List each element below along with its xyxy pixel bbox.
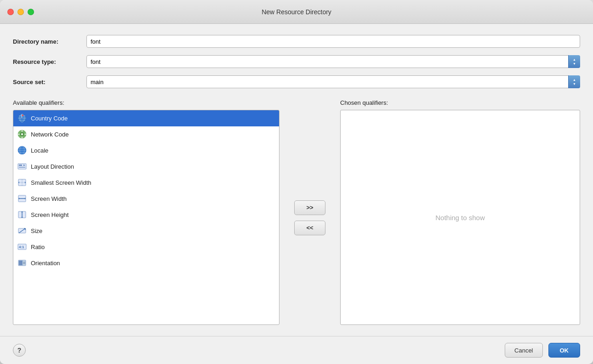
dialog-title: New Resource Directory	[262, 8, 331, 16]
qualifier-item-country-code[interactable]: Country Code	[13, 110, 279, 126]
directory-name-row: Directory name:	[13, 35, 580, 48]
source-set-select[interactable]: main	[86, 75, 580, 88]
screen-height-label: Screen Height	[31, 211, 68, 218]
ratio-icon: 4:1	[17, 242, 27, 252]
qualifier-item-screen-height[interactable]: Screen Height	[13, 207, 279, 223]
empty-state-text: Nothing to show	[435, 214, 485, 222]
chosen-qualifiers-list: Nothing to show	[340, 110, 580, 325]
svg-point-9	[21, 133, 23, 135]
help-button[interactable]: ?	[13, 344, 26, 357]
svg-rect-20	[19, 165, 22, 166]
maximize-button[interactable]	[28, 9, 34, 15]
qualifier-item-layout-direction[interactable]: Layout Direction	[13, 159, 279, 175]
locale-label: Locale	[31, 147, 48, 154]
minimize-button[interactable]	[17, 9, 24, 15]
resource-type-row: Resource type: font	[13, 55, 580, 68]
qualifier-item-ratio[interactable]: 4:1 Ratio	[13, 239, 279, 255]
ratio-label: Ratio	[31, 244, 45, 250]
smallest-screen-width-icon	[17, 177, 27, 188]
chosen-qualifiers-label: Chosen qualifiers:	[340, 99, 580, 106]
available-qualifiers-label: Available qualifiers:	[13, 99, 279, 106]
qualifier-item-screen-width[interactable]: Screen Width	[13, 191, 279, 207]
network-code-icon	[17, 129, 27, 139]
source-set-label: Source set:	[13, 79, 86, 85]
title-bar: New Resource Directory	[0, 0, 593, 24]
cancel-button[interactable]: Cancel	[505, 343, 542, 358]
resource-type-select-wrapper: font	[86, 55, 580, 68]
dialog: New Resource Directory Directory name: R…	[0, 0, 593, 364]
layout-direction-label: Layout Direction	[31, 163, 74, 170]
orientation-label: Orientation	[31, 260, 60, 267]
remove-qualifier-button[interactable]: <<	[294, 221, 325, 235]
resource-type-label: Resource type:	[13, 58, 86, 65]
chosen-qualifiers-panel: Chosen qualifiers: Nothing to show	[340, 99, 580, 325]
size-icon	[17, 226, 27, 236]
content-area: Directory name: Resource type: font Sour…	[0, 24, 593, 336]
source-set-select-wrapper: main	[86, 75, 580, 88]
country-code-icon	[17, 113, 27, 123]
arrow-buttons-panel: >> <<	[287, 110, 333, 325]
screen-width-icon	[17, 193, 27, 204]
resource-type-select[interactable]: font	[86, 55, 580, 68]
close-button[interactable]	[7, 9, 14, 15]
svg-rect-19	[18, 164, 26, 169]
network-code-label: Network Code	[31, 131, 68, 138]
available-qualifiers-panel: Available qualifiers:	[13, 99, 279, 325]
qualifier-item-network-code[interactable]: Network Code	[13, 126, 279, 142]
orientation-icon	[17, 258, 27, 268]
qualifier-item-locale[interactable]: Locale	[13, 142, 279, 159]
qualifiers-section: Available qualifiers:	[13, 99, 580, 325]
ok-button[interactable]: OK	[548, 343, 581, 358]
locale-icon	[17, 145, 27, 155]
qualifier-item-size[interactable]: Size	[13, 223, 279, 239]
smallest-screen-width-label: Smallest Screen Width	[31, 179, 91, 186]
svg-text:4:1: 4:1	[19, 245, 24, 249]
size-label: Size	[31, 228, 42, 234]
screen-width-label: Screen Width	[31, 195, 67, 202]
svg-rect-43	[23, 262, 25, 264]
layout-direction-icon	[17, 161, 27, 171]
directory-name-input[interactable]	[86, 35, 580, 48]
qualifier-item-smallest-screen-width[interactable]: Smallest Screen Width	[13, 175, 279, 191]
svg-rect-21	[19, 167, 25, 168]
svg-rect-5	[22, 114, 22, 118]
available-qualifiers-list: Country Code	[13, 110, 279, 325]
qualifier-item-orientation[interactable]: Orientation	[13, 255, 279, 271]
screen-height-icon	[17, 210, 27, 220]
action-buttons: Cancel OK	[505, 343, 580, 358]
country-code-label: Country Code	[31, 115, 68, 122]
source-set-row: Source set: main	[13, 75, 580, 88]
bottom-bar: ? Cancel OK	[0, 336, 593, 364]
traffic-lights	[7, 9, 34, 15]
add-qualifier-button[interactable]: >>	[294, 200, 325, 215]
directory-name-label: Directory name:	[13, 38, 86, 45]
svg-rect-42	[19, 261, 23, 265]
